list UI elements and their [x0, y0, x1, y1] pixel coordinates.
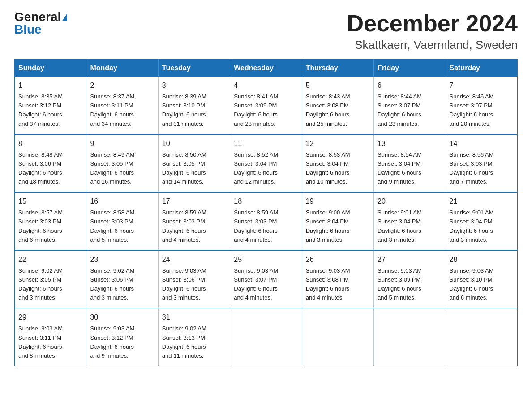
- day-info: Sunrise: 9:02 AM Sunset: 3:13 PM Dayligh…: [162, 324, 226, 360]
- header-cell-monday: Monday: [86, 60, 158, 77]
- day-cell: 7Sunrise: 8:46 AM Sunset: 3:07 PM Daylig…: [446, 77, 517, 134]
- day-cell: 30Sunrise: 9:03 AM Sunset: 3:12 PM Dayli…: [86, 308, 158, 366]
- day-cell: 4Sunrise: 8:41 AM Sunset: 3:09 PM Daylig…: [230, 77, 302, 134]
- page-header: General Blue December 2024 Skattkaerr, V…: [14, 11, 518, 52]
- day-cell: 12Sunrise: 8:53 AM Sunset: 3:04 PM Dayli…: [302, 134, 373, 193]
- day-info: Sunrise: 9:03 AM Sunset: 3:06 PM Dayligh…: [162, 266, 226, 303]
- day-number: 10: [162, 138, 226, 149]
- day-cell: 29Sunrise: 9:03 AM Sunset: 3:11 PM Dayli…: [15, 308, 86, 366]
- day-info: Sunrise: 8:59 AM Sunset: 3:03 PM Dayligh…: [234, 208, 298, 244]
- day-number: 30: [90, 312, 154, 323]
- day-cell: 27Sunrise: 9:03 AM Sunset: 3:09 PM Dayli…: [374, 250, 446, 308]
- day-cell: 20Sunrise: 9:01 AM Sunset: 3:04 PM Dayli…: [374, 192, 446, 250]
- day-info: Sunrise: 8:50 AM Sunset: 3:05 PM Dayligh…: [162, 150, 226, 187]
- day-info: Sunrise: 9:03 AM Sunset: 3:11 PM Dayligh…: [18, 324, 82, 360]
- week-row-4: 22Sunrise: 9:02 AM Sunset: 3:05 PM Dayli…: [15, 250, 518, 308]
- day-cell: 8Sunrise: 8:48 AM Sunset: 3:06 PM Daylig…: [15, 134, 86, 193]
- day-cell: 6Sunrise: 8:44 AM Sunset: 3:07 PM Daylig…: [374, 77, 446, 134]
- day-number: 14: [450, 138, 514, 149]
- header-cell-tuesday: Tuesday: [158, 60, 230, 77]
- header-cell-friday: Friday: [374, 60, 446, 77]
- day-number: 25: [234, 254, 298, 265]
- day-number: 24: [162, 254, 226, 265]
- day-cell: [446, 308, 517, 366]
- day-number: 12: [306, 138, 370, 149]
- day-cell: 31Sunrise: 9:02 AM Sunset: 3:13 PM Dayli…: [158, 308, 230, 366]
- day-info: Sunrise: 9:03 AM Sunset: 3:07 PM Dayligh…: [234, 266, 298, 303]
- day-info: Sunrise: 8:37 AM Sunset: 3:11 PM Dayligh…: [90, 92, 154, 128]
- week-row-5: 29Sunrise: 9:03 AM Sunset: 3:11 PM Dayli…: [15, 308, 518, 366]
- day-cell: 24Sunrise: 9:03 AM Sunset: 3:06 PM Dayli…: [158, 250, 230, 308]
- logo-blue: Blue: [14, 23, 42, 36]
- day-number: 23: [90, 254, 154, 265]
- day-cell: 9Sunrise: 8:49 AM Sunset: 3:05 PM Daylig…: [86, 134, 158, 193]
- day-info: Sunrise: 9:03 AM Sunset: 3:09 PM Dayligh…: [378, 266, 442, 303]
- day-cell: 26Sunrise: 9:03 AM Sunset: 3:08 PM Dayli…: [302, 250, 373, 308]
- day-number: 3: [162, 80, 226, 91]
- day-info: Sunrise: 8:43 AM Sunset: 3:08 PM Dayligh…: [306, 92, 370, 128]
- title-block: December 2024 Skattkaerr, Vaermland, Swe…: [347, 11, 518, 52]
- day-cell: 19Sunrise: 9:00 AM Sunset: 3:04 PM Dayli…: [302, 192, 373, 250]
- day-number: 20: [378, 196, 442, 207]
- day-cell: 25Sunrise: 9:03 AM Sunset: 3:07 PM Dayli…: [230, 250, 302, 308]
- day-info: Sunrise: 8:59 AM Sunset: 3:03 PM Dayligh…: [162, 208, 226, 244]
- day-number: 22: [18, 254, 82, 265]
- day-number: 16: [90, 196, 154, 207]
- day-info: Sunrise: 8:58 AM Sunset: 3:03 PM Dayligh…: [90, 208, 154, 244]
- day-info: Sunrise: 8:52 AM Sunset: 3:04 PM Dayligh…: [234, 150, 298, 187]
- day-number: 4: [234, 80, 298, 91]
- day-number: 9: [90, 138, 154, 149]
- day-number: 17: [162, 196, 226, 207]
- day-number: 15: [18, 196, 82, 207]
- day-cell: 11Sunrise: 8:52 AM Sunset: 3:04 PM Dayli…: [230, 134, 302, 193]
- day-number: 11: [234, 138, 298, 149]
- day-number: 1: [18, 80, 82, 91]
- page-title: December 2024: [347, 11, 518, 36]
- logo-general: General: [14, 11, 61, 23]
- day-info: Sunrise: 8:53 AM Sunset: 3:04 PM Dayligh…: [306, 150, 370, 187]
- day-number: 28: [450, 254, 514, 265]
- day-info: Sunrise: 9:03 AM Sunset: 3:12 PM Dayligh…: [90, 324, 154, 360]
- day-info: Sunrise: 9:02 AM Sunset: 3:06 PM Dayligh…: [90, 266, 154, 303]
- day-cell: [302, 308, 373, 366]
- day-info: Sunrise: 9:02 AM Sunset: 3:05 PM Dayligh…: [18, 266, 82, 303]
- day-info: Sunrise: 8:56 AM Sunset: 3:03 PM Dayligh…: [450, 150, 514, 187]
- header-cell-thursday: Thursday: [302, 60, 373, 77]
- day-info: Sunrise: 9:00 AM Sunset: 3:04 PM Dayligh…: [306, 208, 370, 244]
- day-number: 2: [90, 80, 154, 91]
- header-cell-sunday: Sunday: [15, 60, 86, 77]
- calendar-header: SundayMondayTuesdayWednesdayThursdayFrid…: [15, 60, 518, 77]
- day-info: Sunrise: 9:03 AM Sunset: 3:08 PM Dayligh…: [306, 266, 370, 303]
- day-number: 19: [306, 196, 370, 207]
- day-cell: 14Sunrise: 8:56 AM Sunset: 3:03 PM Dayli…: [446, 134, 517, 193]
- day-info: Sunrise: 8:39 AM Sunset: 3:10 PM Dayligh…: [162, 92, 226, 128]
- header-row: SundayMondayTuesdayWednesdayThursdayFrid…: [15, 60, 518, 77]
- day-cell: 13Sunrise: 8:54 AM Sunset: 3:04 PM Dayli…: [374, 134, 446, 193]
- day-cell: 18Sunrise: 8:59 AM Sunset: 3:03 PM Dayli…: [230, 192, 302, 250]
- page-subtitle: Skattkaerr, Vaermland, Sweden: [347, 38, 518, 52]
- day-info: Sunrise: 8:35 AM Sunset: 3:12 PM Dayligh…: [18, 92, 82, 128]
- day-number: 26: [306, 254, 370, 265]
- day-number: 7: [450, 80, 514, 91]
- day-cell: 17Sunrise: 8:59 AM Sunset: 3:03 PM Dayli…: [158, 192, 230, 250]
- day-cell: [374, 308, 446, 366]
- day-info: Sunrise: 8:46 AM Sunset: 3:07 PM Dayligh…: [450, 92, 514, 128]
- day-number: 31: [162, 312, 226, 323]
- day-cell: 2Sunrise: 8:37 AM Sunset: 3:11 PM Daylig…: [86, 77, 158, 134]
- day-cell: 10Sunrise: 8:50 AM Sunset: 3:05 PM Dayli…: [158, 134, 230, 193]
- day-number: 5: [306, 80, 370, 91]
- calendar-table: SundayMondayTuesdayWednesdayThursdayFrid…: [14, 59, 518, 366]
- day-cell: 5Sunrise: 8:43 AM Sunset: 3:08 PM Daylig…: [302, 77, 373, 134]
- week-row-1: 1Sunrise: 8:35 AM Sunset: 3:12 PM Daylig…: [15, 77, 518, 134]
- day-info: Sunrise: 9:01 AM Sunset: 3:04 PM Dayligh…: [450, 208, 514, 244]
- logo-flag-icon: [62, 13, 67, 21]
- day-info: Sunrise: 9:01 AM Sunset: 3:04 PM Dayligh…: [378, 208, 442, 244]
- day-number: 13: [378, 138, 442, 149]
- day-cell: 28Sunrise: 9:03 AM Sunset: 3:10 PM Dayli…: [446, 250, 517, 308]
- day-number: 21: [450, 196, 514, 207]
- day-info: Sunrise: 8:44 AM Sunset: 3:07 PM Dayligh…: [378, 92, 442, 128]
- header-cell-saturday: Saturday: [446, 60, 517, 77]
- day-cell: 1Sunrise: 8:35 AM Sunset: 3:12 PM Daylig…: [15, 77, 86, 134]
- day-cell: [230, 308, 302, 366]
- day-cell: 15Sunrise: 8:57 AM Sunset: 3:03 PM Dayli…: [15, 192, 86, 250]
